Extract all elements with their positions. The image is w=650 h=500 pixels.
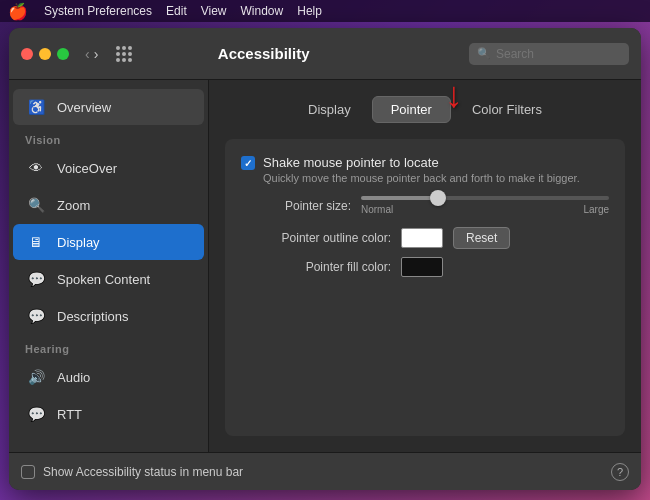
status-bar-label: Show Accessibility status in menu bar bbox=[43, 465, 243, 479]
audio-icon: 🔊 bbox=[25, 366, 47, 388]
tab-bar: Display Pointer Color Filters bbox=[225, 96, 625, 123]
search-icon: 🔍 bbox=[477, 47, 491, 60]
reset-button[interactable]: Reset bbox=[453, 227, 510, 249]
slider-labels: Normal Large bbox=[361, 204, 609, 215]
slider-min-label: Normal bbox=[361, 204, 393, 215]
tab-color-filters[interactable]: Color Filters bbox=[453, 96, 561, 123]
rtt-icon: 💬 bbox=[25, 403, 47, 425]
search-input[interactable] bbox=[496, 47, 621, 61]
section-hearing: Hearing bbox=[9, 335, 208, 358]
shake-label-group: Shake mouse pointer to locate Quickly mo… bbox=[263, 155, 580, 184]
checkmark-icon: ✓ bbox=[244, 158, 252, 169]
main-panel: ↓ Display Pointer Color Filters ✓ Shake … bbox=[209, 80, 641, 452]
pointer-size-track bbox=[361, 196, 609, 200]
minimize-button[interactable] bbox=[39, 48, 51, 60]
sidebar-label-descriptions: Descriptions bbox=[57, 309, 129, 324]
overview-icon: ♿ bbox=[25, 96, 47, 118]
spoken-icon: 💬 bbox=[25, 268, 47, 290]
panel-content: ✓ Shake mouse pointer to locate Quickly … bbox=[225, 139, 625, 436]
help-button[interactable]: ? bbox=[611, 463, 629, 481]
pointer-size-label: Pointer size: bbox=[241, 199, 351, 213]
shake-checkbox[interactable]: ✓ bbox=[241, 156, 255, 170]
sidebar-label-voiceover: VoiceOver bbox=[57, 161, 117, 176]
voiceover-icon: 👁 bbox=[25, 157, 47, 179]
sidebar-label-display: Display bbox=[57, 235, 100, 250]
sidebar-item-voiceover[interactable]: 👁 VoiceOver bbox=[13, 150, 204, 186]
fill-color-swatch[interactable] bbox=[401, 257, 443, 277]
search-bar[interactable]: 🔍 bbox=[469, 43, 629, 65]
tab-pointer[interactable]: Pointer bbox=[372, 96, 451, 123]
outline-color-label: Pointer outline color: bbox=[241, 231, 391, 245]
outline-color-row: Pointer outline color: Reset bbox=[241, 227, 609, 249]
menu-window[interactable]: Window bbox=[241, 4, 284, 18]
display-icon: 🖥 bbox=[25, 231, 47, 253]
tab-display[interactable]: Display bbox=[289, 96, 370, 123]
status-bar-checkbox[interactable] bbox=[21, 465, 35, 479]
apple-menu[interactable]: 🍎 bbox=[8, 2, 28, 21]
sidebar-item-audio[interactable]: 🔊 Audio bbox=[13, 359, 204, 395]
content-area: ♿ Overview Vision 👁 VoiceOver 🔍 Zoom 🖥 D… bbox=[9, 80, 641, 452]
sidebar-label-rtt: RTT bbox=[57, 407, 82, 422]
slider-max-label: Large bbox=[583, 204, 609, 215]
sidebar-item-overview[interactable]: ♿ Overview bbox=[13, 89, 204, 125]
section-vision: Vision bbox=[9, 126, 208, 149]
close-button[interactable] bbox=[21, 48, 33, 60]
shake-main-label: Shake mouse pointer to locate bbox=[263, 155, 580, 170]
outline-color-swatch[interactable] bbox=[401, 228, 443, 248]
menu-view[interactable]: View bbox=[201, 4, 227, 18]
bottom-bar: Show Accessibility status in menu bar ? bbox=[9, 452, 641, 490]
zoom-icon: 🔍 bbox=[25, 194, 47, 216]
shake-desc-label: Quickly move the mouse pointer back and … bbox=[263, 172, 580, 184]
sidebar-item-display[interactable]: 🖥 Display bbox=[13, 224, 204, 260]
fill-color-row: Pointer fill color: bbox=[241, 257, 609, 277]
slider-container: Normal Large bbox=[361, 196, 609, 215]
sidebar: ♿ Overview Vision 👁 VoiceOver 🔍 Zoom 🖥 D… bbox=[9, 80, 209, 452]
title-bar: ‹ › Accessibility 🔍 bbox=[9, 28, 641, 80]
sidebar-item-descriptions[interactable]: 💬 Descriptions bbox=[13, 298, 204, 334]
sidebar-item-rtt[interactable]: 💬 RTT bbox=[13, 396, 204, 432]
window: ‹ › Accessibility 🔍 ♿ Overview Vision 👁 … bbox=[9, 28, 641, 490]
fill-color-label: Pointer fill color: bbox=[241, 260, 391, 274]
shake-row: ✓ Shake mouse pointer to locate Quickly … bbox=[241, 155, 609, 184]
sidebar-label-audio: Audio bbox=[57, 370, 90, 385]
descriptions-icon: 💬 bbox=[25, 305, 47, 327]
pointer-size-row: Pointer size: Normal Large bbox=[241, 196, 609, 215]
sidebar-label-spoken: Spoken Content bbox=[57, 272, 150, 287]
sidebar-label-overview: Overview bbox=[57, 100, 111, 115]
menu-items: System Preferences Edit View Window Help bbox=[44, 4, 322, 18]
menu-system-prefs[interactable]: System Preferences bbox=[44, 4, 152, 18]
window-title: Accessibility bbox=[66, 45, 461, 62]
menu-bar: 🍎 System Preferences Edit View Window He… bbox=[0, 0, 650, 22]
menu-edit[interactable]: Edit bbox=[166, 4, 187, 18]
sidebar-item-spoken[interactable]: 💬 Spoken Content bbox=[13, 261, 204, 297]
sidebar-item-zoom[interactable]: 🔍 Zoom bbox=[13, 187, 204, 223]
traffic-lights bbox=[21, 48, 69, 60]
sidebar-label-zoom: Zoom bbox=[57, 198, 90, 213]
menu-help[interactable]: Help bbox=[297, 4, 322, 18]
